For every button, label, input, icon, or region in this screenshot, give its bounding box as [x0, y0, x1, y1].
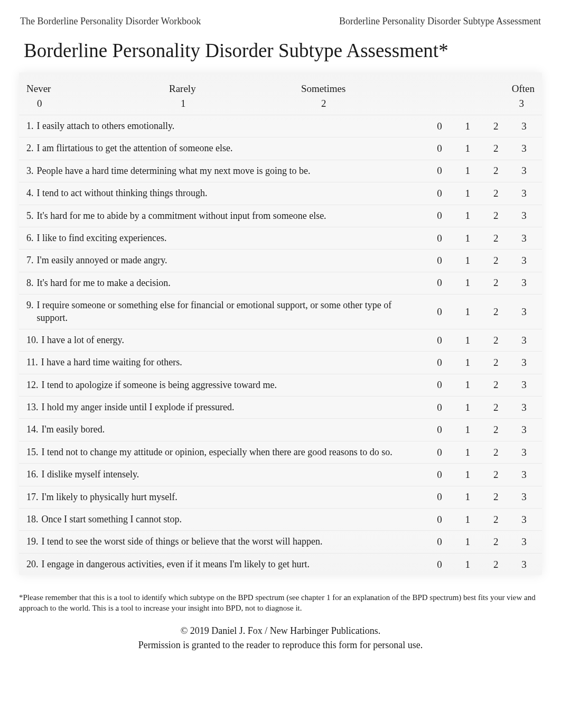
rating-option-0[interactable]: 0: [429, 402, 450, 413]
rating-option-2[interactable]: 2: [485, 210, 507, 222]
scale-labels-row: Never Rarely Sometimes Often: [19, 72, 542, 97]
rating-option-3[interactable]: 3: [513, 188, 535, 199]
rating-option-1[interactable]: 1: [457, 469, 478, 481]
rating-option-0[interactable]: 0: [429, 277, 450, 289]
rating-option-2[interactable]: 2: [485, 469, 507, 481]
question-text: 15.I tend not to change my attitude or o…: [26, 446, 429, 458]
rating-option-1[interactable]: 1: [457, 233, 478, 244]
question-body: I'm likely to physically hurt myself.: [42, 491, 419, 503]
rating-option-0[interactable]: 0: [429, 121, 450, 132]
rating-option-0[interactable]: 0: [429, 165, 450, 177]
rating-option-3[interactable]: 3: [513, 514, 535, 526]
rating-option-3[interactable]: 3: [513, 121, 535, 132]
rating-option-2[interactable]: 2: [485, 424, 507, 436]
rating-option-0[interactable]: 0: [429, 357, 450, 368]
question-number: 8.: [26, 277, 37, 289]
rating-option-3[interactable]: 3: [513, 277, 535, 289]
rating-option-1[interactable]: 1: [457, 277, 478, 289]
rating-option-3[interactable]: 3: [513, 469, 535, 481]
question-number: 4.: [26, 187, 37, 199]
rating-option-3[interactable]: 3: [513, 447, 535, 458]
question-options: 0123: [429, 559, 535, 570]
rating-option-1[interactable]: 1: [457, 188, 478, 199]
rating-option-1[interactable]: 1: [457, 255, 478, 266]
rating-option-0[interactable]: 0: [429, 447, 450, 458]
rating-option-1[interactable]: 1: [457, 491, 478, 503]
question-number: 10.: [26, 334, 42, 346]
rating-option-0[interactable]: 0: [429, 559, 450, 570]
rating-option-3[interactable]: 3: [513, 559, 535, 570]
rating-option-1[interactable]: 1: [457, 559, 478, 570]
rating-option-2[interactable]: 2: [485, 514, 507, 526]
question-row: 10.I have a lot of energy.0123: [19, 329, 542, 351]
rating-option-2[interactable]: 2: [485, 233, 507, 244]
rating-option-0[interactable]: 0: [429, 255, 450, 266]
rating-option-2[interactable]: 2: [485, 165, 507, 177]
rating-option-1[interactable]: 1: [457, 143, 478, 154]
rating-option-3[interactable]: 3: [513, 536, 535, 548]
rating-option-3[interactable]: 3: [513, 306, 535, 318]
rating-option-1[interactable]: 1: [457, 536, 478, 548]
rating-option-2[interactable]: 2: [485, 536, 507, 548]
rating-option-2[interactable]: 2: [485, 357, 507, 368]
rating-option-2[interactable]: 2: [485, 447, 507, 458]
rating-option-1[interactable]: 1: [457, 210, 478, 222]
rating-option-3[interactable]: 3: [513, 424, 535, 436]
rating-option-3[interactable]: 3: [513, 357, 535, 368]
question-row: 4.I tend to act without thinking things …: [19, 182, 542, 204]
question-text: 6.I like to find exciting experiences.: [26, 232, 429, 244]
rating-option-0[interactable]: 0: [429, 335, 450, 346]
rating-option-0[interactable]: 0: [429, 188, 450, 199]
rating-option-1[interactable]: 1: [457, 306, 478, 318]
rating-option-0[interactable]: 0: [429, 536, 450, 548]
rating-option-2[interactable]: 2: [485, 121, 507, 132]
rating-option-0[interactable]: 0: [429, 379, 450, 391]
rating-option-2[interactable]: 2: [485, 335, 507, 346]
rating-option-3[interactable]: 3: [513, 165, 535, 177]
rating-option-0[interactable]: 0: [429, 514, 450, 526]
rating-option-1[interactable]: 1: [457, 121, 478, 132]
question-body: It's hard for me to make a decision.: [37, 277, 419, 289]
question-text: 2.I am flirtatious to get the attention …: [26, 142, 429, 154]
rating-option-3[interactable]: 3: [513, 491, 535, 503]
rating-option-0[interactable]: 0: [429, 469, 450, 481]
rating-option-3[interactable]: 3: [513, 255, 535, 266]
question-body: I have a lot of energy.: [42, 334, 419, 346]
rating-option-0[interactable]: 0: [429, 306, 450, 318]
rating-option-2[interactable]: 2: [485, 143, 507, 154]
question-body: I engage in dangerous activities, even i…: [42, 558, 419, 570]
rating-option-2[interactable]: 2: [485, 379, 507, 391]
rating-option-3[interactable]: 3: [513, 143, 535, 154]
question-text: 1.I easily attach to others emotionally.: [26, 120, 429, 132]
question-row: 2.I am flirtatious to get the attention …: [19, 137, 542, 159]
rating-option-0[interactable]: 0: [429, 210, 450, 222]
rating-option-1[interactable]: 1: [457, 514, 478, 526]
rating-option-0[interactable]: 0: [429, 424, 450, 436]
rating-option-2[interactable]: 2: [485, 255, 507, 266]
rating-option-2[interactable]: 2: [485, 306, 507, 318]
header-left-text: The Borderline Personality Disorder Work…: [20, 16, 201, 27]
question-row: 14.I'm easily bored.0123: [19, 418, 542, 440]
rating-option-2[interactable]: 2: [485, 559, 507, 570]
rating-option-2[interactable]: 2: [485, 491, 507, 503]
rating-option-3[interactable]: 3: [513, 233, 535, 244]
rating-option-1[interactable]: 1: [457, 379, 478, 391]
rating-option-3[interactable]: 3: [513, 210, 535, 222]
question-row: 8.It's hard for me to make a decision.01…: [19, 272, 542, 294]
rating-option-3[interactable]: 3: [513, 379, 535, 391]
rating-option-3[interactable]: 3: [513, 402, 535, 413]
rating-option-2[interactable]: 2: [485, 402, 507, 413]
rating-option-1[interactable]: 1: [457, 357, 478, 368]
rating-option-0[interactable]: 0: [429, 491, 450, 503]
rating-option-0[interactable]: 0: [429, 233, 450, 244]
question-options: 0123: [429, 424, 535, 436]
rating-option-1[interactable]: 1: [457, 447, 478, 458]
rating-option-3[interactable]: 3: [513, 335, 535, 346]
rating-option-0[interactable]: 0: [429, 143, 450, 154]
rating-option-1[interactable]: 1: [457, 424, 478, 436]
rating-option-1[interactable]: 1: [457, 335, 478, 346]
rating-option-2[interactable]: 2: [485, 277, 507, 289]
rating-option-1[interactable]: 1: [457, 402, 478, 413]
rating-option-2[interactable]: 2: [485, 188, 507, 199]
rating-option-1[interactable]: 1: [457, 165, 478, 177]
